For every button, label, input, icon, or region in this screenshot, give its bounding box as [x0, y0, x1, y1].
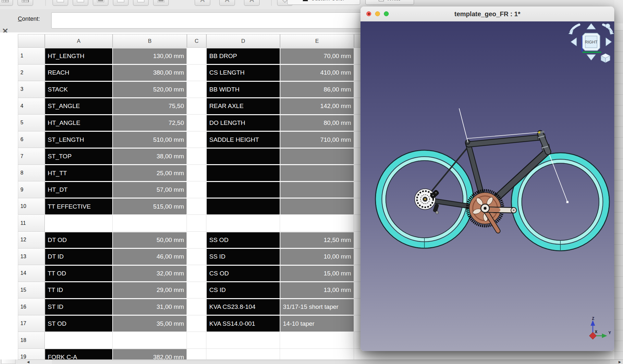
column-header-D[interactable]: D — [206, 34, 280, 48]
cell-C18[interactable] — [187, 332, 206, 349]
custom-color-button[interactable]: Custom Color — [287, 0, 360, 5]
cell-D5[interactable]: DO LENGTH — [207, 115, 280, 131]
cell-A14[interactable]: TT OD — [45, 266, 112, 282]
horizontal-scrollbar[interactable]: ◀ ▶ — [18, 359, 623, 364]
cell-D13[interactable]: SS ID — [207, 249, 280, 265]
cell-A3[interactable]: STACK — [45, 82, 112, 98]
cell-B3[interactable]: 520,00 mm — [113, 82, 187, 98]
cell-A16[interactable]: ST ID — [45, 299, 112, 315]
row-header-15[interactable]: 15 — [18, 282, 45, 299]
row-header-5[interactable]: 5 — [18, 115, 45, 131]
cell-C1[interactable] — [187, 48, 206, 65]
cell-D11[interactable] — [206, 215, 280, 232]
cell-D16[interactable]: KVA CS23.8-104 — [207, 299, 280, 315]
column-header-B[interactable]: B — [113, 34, 187, 48]
cell-A9[interactable]: HT_DT — [45, 182, 112, 198]
cell-E17[interactable]: 14-10 taper — [280, 316, 354, 332]
cell-A12[interactable]: DT OD — [45, 232, 112, 248]
row-header-13[interactable]: 13 — [18, 249, 45, 265]
row-header-9[interactable]: 9 — [18, 181, 45, 198]
row-header-17[interactable]: 17 — [18, 315, 45, 332]
window-titlebar[interactable]: template_geo_FR : 1* — [360, 6, 614, 22]
horizontal-scrollbar-track[interactable] — [52, 360, 610, 364]
row-header-2[interactable]: 2 — [18, 65, 45, 81]
cell-E2[interactable]: 410,00 mm — [280, 65, 354, 81]
cell-A15[interactable]: TT ID — [45, 282, 112, 298]
cell-D2[interactable]: CS LENGTH — [207, 65, 280, 81]
column-header-E[interactable]: E — [280, 34, 354, 48]
font-style-italic-icon[interactable]: A — [219, 0, 235, 6]
cell-C15[interactable] — [187, 282, 206, 299]
cell-B6[interactable]: 510,00 mm — [113, 132, 187, 148]
cell-A5[interactable]: HT_ANGLE — [45, 115, 112, 131]
row-header-11[interactable]: 11 — [18, 215, 45, 232]
table-borders-icon[interactable] — [0, 0, 13, 6]
cell-E15[interactable]: 13,00 mm — [280, 282, 354, 298]
font-style-underline-icon[interactable]: A — [244, 0, 260, 6]
cell-C7[interactable] — [187, 148, 206, 165]
cell-B16[interactable]: 31,00 mm — [113, 299, 187, 315]
row-header-8[interactable]: 8 — [18, 165, 45, 182]
cell-A13[interactable]: DT ID — [45, 249, 112, 265]
row-header-6[interactable]: 6 — [18, 131, 45, 148]
cell-B14[interactable]: 32,00 mm — [113, 266, 187, 282]
row-header-16[interactable]: 16 — [18, 298, 45, 315]
corner-header-cell[interactable] — [18, 34, 45, 48]
cell-C17[interactable] — [187, 315, 206, 332]
cell-D12[interactable]: SS OD — [207, 232, 280, 248]
row-header-14[interactable]: 14 — [18, 265, 45, 282]
navigation-cube[interactable]: RIGHT — [568, 23, 614, 63]
cell-B4[interactable]: 75,50 — [113, 98, 187, 114]
cell-B11[interactable] — [113, 215, 187, 232]
cell-E13[interactable]: 10,00 mm — [280, 249, 354, 265]
cell-C9[interactable] — [187, 181, 206, 198]
cell-E1[interactable]: 70,00 mm — [280, 48, 354, 64]
cell-B5[interactable]: 72,50 — [113, 115, 187, 131]
row-header-7[interactable]: 7 — [18, 148, 45, 165]
cell-D14[interactable]: CS OD — [207, 266, 280, 282]
cell-D7[interactable] — [207, 149, 280, 164]
font-style-bold-icon[interactable]: A — [195, 0, 210, 6]
cell-E5[interactable]: 80,00 mm — [280, 115, 354, 131]
align-vcenter-icon[interactable] — [73, 0, 88, 6]
cell-D6[interactable]: SADDLE HEIGHT — [207, 132, 280, 148]
cell-A17[interactable]: ST OD — [45, 316, 112, 332]
table-cells-icon[interactable] — [18, 0, 33, 6]
cell-A7[interactable]: ST_TOP — [45, 149, 112, 164]
cell-C14[interactable] — [187, 265, 206, 282]
cell-C13[interactable] — [187, 249, 206, 265]
cell-C12[interactable] — [187, 232, 206, 249]
cell-B17[interactable]: 35,00 mm — [113, 316, 187, 332]
column-header-C[interactable]: C — [187, 34, 206, 48]
row-header-4[interactable]: 4 — [18, 98, 45, 115]
cell-C8[interactable] — [187, 165, 206, 182]
cell-C5[interactable] — [187, 115, 206, 131]
row-header-18[interactable]: 18 — [18, 332, 45, 349]
cell-B7[interactable]: 38,00 mm — [113, 149, 187, 164]
cell-B9[interactable]: 57,00 mm — [113, 182, 187, 198]
3d-viewport[interactable]: RIGHT Z Y X — [360, 21, 614, 351]
cell-B13[interactable]: 46,00 mm — [113, 249, 187, 265]
cell-B2[interactable]: 380,00 mm — [113, 65, 187, 81]
align-bottom-icon[interactable] — [93, 0, 108, 6]
cell-B18[interactable] — [113, 332, 187, 349]
row-header-12[interactable]: 12 — [18, 232, 45, 249]
cell-E7[interactable] — [280, 149, 354, 164]
cell-C10[interactable] — [187, 198, 206, 215]
cell-E10[interactable] — [280, 199, 354, 214]
cell-C3[interactable] — [187, 81, 206, 98]
cell-D8[interactable] — [207, 165, 280, 181]
cell-B10[interactable]: 515,00 mm — [113, 199, 187, 214]
cell-C16[interactable] — [187, 298, 206, 315]
cell-D18[interactable] — [206, 332, 280, 349]
cell-D3[interactable]: BB WIDTH — [207, 82, 280, 98]
cell-B1[interactable]: 130,00 mm — [113, 48, 187, 64]
cell-A18[interactable] — [45, 332, 113, 349]
column-header-A[interactable]: A — [45, 34, 113, 48]
3d-view-window[interactable]: template_geo_FR : 1* — [360, 6, 614, 351]
cell-C4[interactable] — [187, 98, 206, 115]
cell-B15[interactable]: 29,00 mm — [113, 282, 187, 298]
row-header-10[interactable]: 10 — [18, 198, 45, 215]
cell-A10[interactable]: TT EFFECTIVE — [45, 199, 112, 214]
cell-A8[interactable]: HT_TT — [45, 165, 112, 181]
